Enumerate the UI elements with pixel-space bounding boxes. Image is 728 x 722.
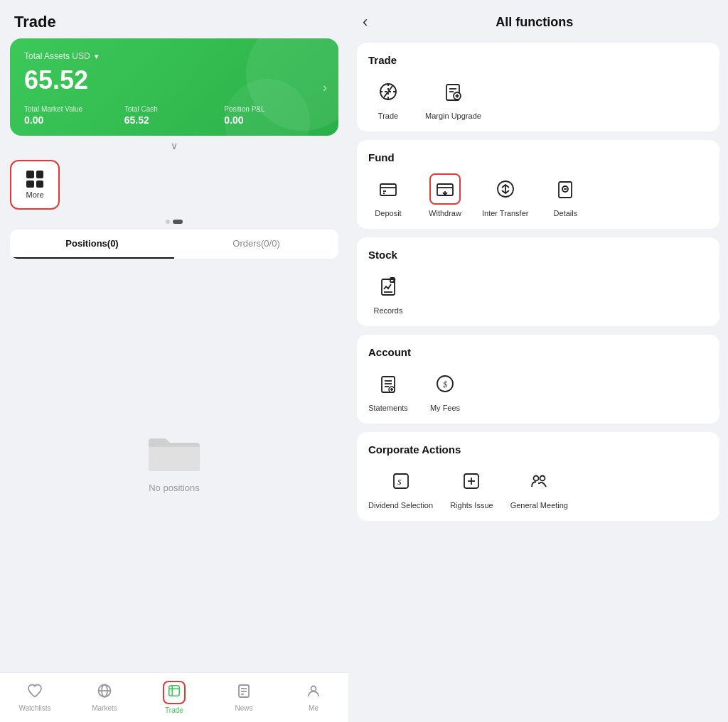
stock-section-title: Stock <box>368 249 708 261</box>
trade-icons-row: Trade Margin Upgrade <box>368 76 708 120</box>
trade-icon <box>163 681 186 704</box>
position-pl-col: Position P&L 0.00 <box>224 105 324 126</box>
deposit-label: Deposit <box>375 209 401 217</box>
card-expand-icon[interactable]: ∨ <box>0 136 348 153</box>
more-button[interactable]: More <box>10 160 60 210</box>
markets-icon <box>97 683 112 702</box>
total-assets-label: Total Assets USD ▼ <box>24 51 324 61</box>
grid-icon <box>26 171 43 188</box>
left-panel: Trade Total Assets USD ▼ 65.52 Total Mar… <box>0 0 348 722</box>
stock-icons-row: Records <box>368 271 708 315</box>
watchlists-label: Watchlists <box>18 704 50 712</box>
my-fees-icon: $ <box>429 368 461 399</box>
dividend-selection-label: Dividend Selection <box>368 501 433 510</box>
nav-trade[interactable]: Trade <box>139 681 209 714</box>
svg-text:$: $ <box>443 379 447 389</box>
page-title: Trade <box>0 0 348 38</box>
empty-folder-icon <box>146 431 203 474</box>
func-deposit[interactable]: Deposit <box>368 173 408 217</box>
asset-card: Total Assets USD ▼ 65.52 Total Market Va… <box>10 38 338 136</box>
tab-orders[interactable]: Orders(0/0) <box>174 230 338 259</box>
records-icon <box>373 271 404 302</box>
fund-section-title: Fund <box>368 151 708 163</box>
trade-func-icon <box>373 76 404 107</box>
svg-rect-30 <box>559 182 572 198</box>
statements-icon <box>373 368 404 399</box>
corporate-actions-section: Corporate Actions $ Dividend Selection <box>357 432 719 521</box>
trade-section-title: Trade <box>368 54 708 66</box>
account-icons-row: Statements $ My Fees <box>368 368 708 412</box>
markets-label: Markets <box>92 704 117 712</box>
fund-section: Fund Deposit <box>357 140 719 229</box>
empty-text: No positions <box>149 483 200 493</box>
trade-label: Trade <box>165 706 183 714</box>
withdraw-icon <box>429 173 461 205</box>
trade-section: Trade Trade <box>357 43 719 131</box>
rights-issue-icon <box>456 465 487 497</box>
inter-transfer-label: Inter Transfer <box>482 209 528 217</box>
watchlists-icon <box>27 683 43 702</box>
corporate-actions-title: Corporate Actions <box>368 443 708 456</box>
positions-orders-tabs: Positions(0) Orders(0/0) <box>10 230 338 259</box>
tab-positions[interactable]: Positions(0) <box>10 230 174 259</box>
bottom-navigation: Watchlists Markets <box>0 672 348 722</box>
more-section: More <box>0 153 348 217</box>
stock-section: Stock Records <box>357 237 719 326</box>
nav-me[interactable]: Me <box>279 683 348 712</box>
carousel-dots <box>0 217 348 230</box>
func-records[interactable]: Records <box>368 271 408 315</box>
dot-2-active <box>173 220 183 224</box>
me-icon <box>306 683 321 702</box>
func-my-fees[interactable]: $ My Fees <box>425 368 465 412</box>
records-label: Records <box>374 306 403 315</box>
details-icon <box>550 173 581 205</box>
asset-card-chevron-icon[interactable]: › <box>323 80 327 95</box>
svg-text:$: $ <box>397 478 402 486</box>
account-section: Account Statements <box>357 335 719 424</box>
svg-rect-21 <box>380 184 396 195</box>
total-cash-col: Total Cash 65.52 <box>124 105 225 126</box>
svg-point-10 <box>311 686 316 691</box>
fund-icons-row: Deposit Withdraw <box>368 173 708 217</box>
nav-watchlists[interactable]: Watchlists <box>0 683 70 712</box>
general-meeting-label: General Meeting <box>510 501 568 510</box>
me-label: Me <box>309 704 318 712</box>
details-label: Details <box>554 209 578 217</box>
rights-issue-label: Rights Issue <box>450 501 493 510</box>
deposit-icon <box>373 173 404 205</box>
currency-dropdown-icon[interactable]: ▼ <box>93 53 100 60</box>
right-panel: ‹ All functions Trade Trade <box>348 0 728 722</box>
news-icon <box>236 683 252 702</box>
more-label: More <box>26 190 43 199</box>
news-label: News <box>235 704 252 712</box>
market-value-col: Total Market Value 0.00 <box>24 105 124 126</box>
trade-func-label: Trade <box>378 112 398 120</box>
all-functions-title: All functions <box>376 15 692 30</box>
my-fees-label: My Fees <box>430 404 460 412</box>
func-general-meeting[interactable]: General Meeting <box>510 465 568 510</box>
func-margin-upgrade[interactable]: Margin Upgrade <box>425 76 481 120</box>
general-meeting-icon <box>523 465 555 497</box>
func-dividend-selection[interactable]: $ Dividend Selection <box>368 465 433 510</box>
func-statements[interactable]: Statements <box>368 368 408 412</box>
nav-markets[interactable]: Markets <box>70 683 139 712</box>
right-header: ‹ All functions <box>348 0 728 38</box>
func-inter-transfer[interactable]: Inter Transfer <box>482 173 528 217</box>
nav-news[interactable]: News <box>209 683 279 712</box>
svg-point-51 <box>540 476 545 481</box>
statements-label: Statements <box>368 404 408 412</box>
empty-state: No positions <box>0 259 348 722</box>
func-trade[interactable]: Trade <box>368 76 408 120</box>
corporate-actions-icons-row: $ Dividend Selection Rights Issue <box>368 465 708 510</box>
func-details[interactable]: Details <box>545 173 585 217</box>
func-withdraw[interactable]: Withdraw <box>425 173 465 217</box>
back-button[interactable]: ‹ <box>363 13 368 31</box>
dot-1 <box>166 220 170 224</box>
account-section-title: Account <box>368 346 708 358</box>
margin-upgrade-icon <box>437 76 469 107</box>
dividend-selection-icon: $ <box>385 465 417 497</box>
func-rights-issue[interactable]: Rights Issue <box>450 465 493 510</box>
withdraw-label: Withdraw <box>429 209 461 217</box>
asset-metrics-row: Total Market Value 0.00 Total Cash 65.52… <box>24 105 324 126</box>
margin-upgrade-label: Margin Upgrade <box>425 112 481 120</box>
